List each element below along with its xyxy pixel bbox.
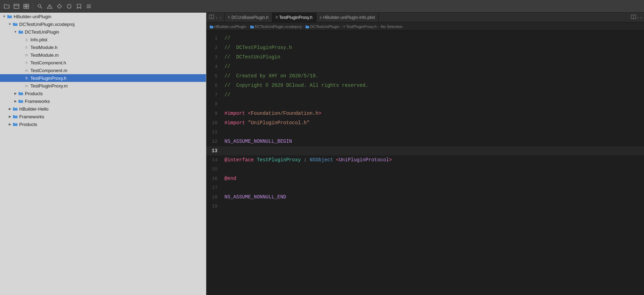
sidebar-item-testmodule-m[interactable]: m TestModule.m xyxy=(0,51,206,59)
breadcrumb-label-dctestuniplugin: DCTestUniPlugin xyxy=(310,24,339,29)
breadcrumb-dctestuniplugin[interactable]: DCTestUniPlugin xyxy=(306,24,339,29)
main-container: HBuilder-uniPlugin DCTestUniPlugin.xcode… xyxy=(0,13,644,295)
folder-toolbar-icon[interactable] xyxy=(3,2,10,10)
line-number-17: 17 xyxy=(206,183,223,192)
diamond-toolbar-icon[interactable] xyxy=(56,2,63,10)
line-content-18: NS_ASSUME_NONNULL_END xyxy=(223,192,644,202)
sidebar-item-testcomponent-h[interactable]: h TestComponent.h xyxy=(0,59,206,66)
search-toolbar-icon[interactable] xyxy=(36,2,44,10)
sidebar-item-testpluginproxy-h[interactable]: h TestPluginProxy.h xyxy=(0,74,206,82)
sidebar-item-testcomponent-m[interactable]: m TestComponent.m xyxy=(0,66,206,74)
tab-hbuilder-info-filetype-icon: p xyxy=(320,15,322,19)
sidebar-item-info-plist[interactable]: p Info.plist xyxy=(0,36,206,43)
tab-hbuilder-info-label: HBuilder-uniPlugin-Info.plist xyxy=(323,15,375,20)
sidebar-label-frameworks2: Frameworks xyxy=(19,114,206,119)
sidebar-label-testpluginproxy-m: TestPluginProxy.m xyxy=(30,83,206,89)
tab-nav-back-icon[interactable]: ‹ xyxy=(637,15,639,20)
folder-products2-icon xyxy=(13,121,18,127)
sidebar-label-frameworks1: Frameworks xyxy=(25,99,206,104)
sidebar-item-dctestuniplugin[interactable]: DCTestUniPlugin xyxy=(0,28,206,36)
code-line-13: 13 xyxy=(206,146,644,155)
breadcrumb-sep-1: › xyxy=(248,24,249,29)
line-number-5: 5 xyxy=(206,72,223,81)
nav-back-icon[interactable]: ‹ xyxy=(215,15,219,20)
svg-rect-4 xyxy=(24,7,26,8)
code-line-8: 8 xyxy=(206,100,644,109)
sidebar-item-testpluginproxy-m[interactable]: m TestPluginProxy.m xyxy=(0,82,206,90)
tab-bar: ‹ › h DCUniBasePlugin.h h TestPluginProx… xyxy=(206,13,644,22)
breadcrumb-filename[interactable]: h TestPluginProxy.h xyxy=(343,24,377,29)
sidebar-label-testcomponent-m: TestComponent.m xyxy=(30,68,206,73)
svg-point-6 xyxy=(38,4,41,7)
arrow-frameworks1 xyxy=(13,98,18,104)
layout-toolbar-icon[interactable] xyxy=(13,2,20,10)
arrow-frameworks2 xyxy=(7,114,13,119)
folder-frameworks2-icon xyxy=(13,114,18,119)
file-testpluginproxy-h-icon: h xyxy=(24,75,29,81)
line-content-9: #import <Foundation/Foundation.h> xyxy=(223,109,644,118)
editor-panel: ‹ › h DCUniBasePlugin.h h TestPluginProx… xyxy=(206,13,644,295)
breadcrumb-hbuilder[interactable]: HBuilder-uniPlugin xyxy=(210,24,246,29)
line-number-4: 4 xyxy=(206,62,223,71)
line-number-2: 2 xyxy=(206,43,223,52)
tab-dcunibase-label: DCUniBasePlugin.h xyxy=(231,15,269,20)
sidebar-label-testmodule-h: TestModule.h xyxy=(30,45,206,50)
line-content-10: #import "UniPluginProtocol.h" xyxy=(223,118,644,127)
code-line-9: 9 #import <Foundation/Foundation.h> xyxy=(206,109,644,118)
tab-nav: ‹ › xyxy=(206,13,224,22)
breadcrumb-label-filename: TestPluginProxy.h xyxy=(346,24,377,29)
nav-forward-icon[interactable]: › xyxy=(219,15,222,20)
list-toolbar-icon[interactable] xyxy=(85,2,93,10)
svg-rect-5 xyxy=(27,7,29,8)
tab-testpluginproxy[interactable]: h TestPluginProxy.h xyxy=(272,13,316,22)
tab-testpluginproxy-filetype-icon: h xyxy=(276,15,278,19)
file-testcomponent-m-icon: m xyxy=(24,68,29,73)
code-line-2: 2 // DCTestPluginProxy.h xyxy=(206,43,644,52)
svg-point-9 xyxy=(49,7,50,8)
line-number-12: 12 xyxy=(206,137,223,146)
line-number-10: 10 xyxy=(206,119,223,128)
sidebar-item-frameworks2[interactable]: Frameworks xyxy=(0,113,206,120)
arrow-products2 xyxy=(7,121,13,127)
svg-rect-0 xyxy=(14,4,19,8)
sidebar-item-testmodule-h[interactable]: h TestModule.h xyxy=(0,43,206,51)
sidebar-item-products2[interactable]: Products xyxy=(0,120,206,128)
line-content-3: // DCTestUniPlugin xyxy=(223,52,644,62)
code-editor[interactable]: 1 // 2 // DCTestPluginProxy.h 3 // DCTes… xyxy=(206,31,644,295)
toolbar xyxy=(0,0,644,13)
bookmark-toolbar-icon[interactable] xyxy=(75,2,83,10)
file-info-plist-icon: p xyxy=(24,37,29,42)
line-number-6: 6 xyxy=(206,81,223,90)
arrow-xcodeproj xyxy=(7,21,13,27)
line-content-6: // Copyright © 2020 DCloud. All rights r… xyxy=(223,81,644,90)
code-line-4: 4 // xyxy=(206,62,644,71)
tab-nav-forward-icon[interactable]: › xyxy=(640,15,642,20)
tab-dcunibase[interactable]: h DCUniBasePlugin.h xyxy=(224,13,272,22)
breadcrumb-xcodeproj[interactable]: DCTestUniPlugin.xcodeproj xyxy=(250,24,302,29)
grid-toolbar-icon[interactable] xyxy=(22,2,30,10)
file-testmodule-h-icon: h xyxy=(24,44,29,50)
hex-toolbar-icon[interactable] xyxy=(65,2,73,10)
split-view-icon[interactable] xyxy=(208,15,215,20)
sidebar-label-info-plist: Info.plist xyxy=(30,37,206,42)
warning-toolbar-icon[interactable] xyxy=(46,2,53,10)
file-testmodule-m-icon: m xyxy=(24,52,29,58)
tab-split-right-icon[interactable] xyxy=(631,15,636,20)
line-number-13: 13 xyxy=(206,146,223,155)
line-number-14: 14 xyxy=(206,156,223,165)
sidebar-item-root[interactable]: HBuilder-uniPlugin xyxy=(0,13,206,20)
sidebar-label-root: HBuilder-uniPlugin xyxy=(14,14,206,19)
folder-root-icon xyxy=(7,14,13,19)
sidebar-item-xcodeproj[interactable]: DCTestUniPlugin.xcodeproj xyxy=(0,20,206,28)
arrow-hbuilder-hello xyxy=(7,106,13,112)
tab-hbuilder-info[interactable]: p HBuilder-uniPlugin-Info.plist xyxy=(316,13,379,22)
svg-rect-3 xyxy=(27,4,29,6)
sidebar-item-hbuilder-hello[interactable]: HBuilder-Hello xyxy=(0,105,206,113)
sidebar-label-dctestuniplugin: DCTestUniPlugin xyxy=(25,29,206,35)
sidebar-item-products1[interactable]: Products xyxy=(0,90,206,97)
sidebar-item-frameworks1[interactable]: Frameworks xyxy=(0,97,206,105)
breadcrumb-sep-2: › xyxy=(303,24,305,29)
breadcrumb-no-selection[interactable]: No Selection xyxy=(381,24,402,29)
code-line-14: 14 @interface TestPluginProxy : NSObject… xyxy=(206,155,644,165)
code-line-17: 17 xyxy=(206,183,644,192)
